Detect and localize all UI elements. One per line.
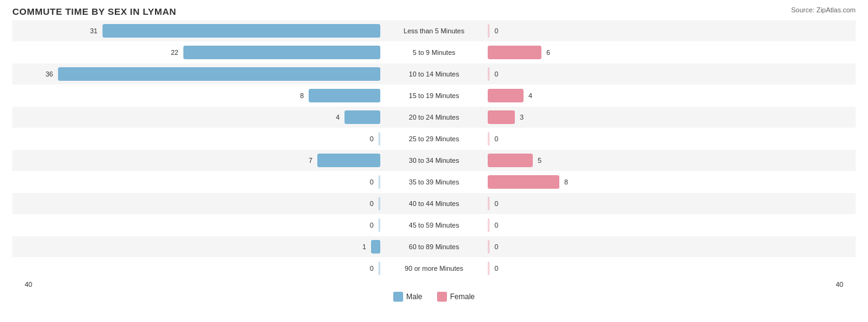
left-section: 0 xyxy=(12,262,383,275)
male-value: 22 xyxy=(167,49,178,56)
female-bar xyxy=(488,240,490,254)
legend: Male Female xyxy=(12,292,856,302)
left-section: 0 xyxy=(12,132,383,146)
female-value: 0 xyxy=(495,200,506,207)
male-bar xyxy=(371,240,380,254)
female-value: 8 xyxy=(564,178,575,186)
left-section: 1 xyxy=(12,240,383,254)
male-value: 0 xyxy=(362,178,373,186)
female-bar xyxy=(488,218,490,232)
left-section: 4 xyxy=(12,110,383,124)
left-section: 7 xyxy=(12,154,383,167)
male-bar xyxy=(378,197,380,210)
row-label: 35 to 39 Minutes xyxy=(383,178,485,186)
female-bar xyxy=(488,175,559,189)
female-value: 5 xyxy=(538,157,549,164)
row-label: 45 to 59 Minutes xyxy=(383,221,485,229)
male-value: 1 xyxy=(355,243,366,250)
bar-row: 0 40 to 44 Minutes 0 xyxy=(12,193,856,214)
female-bar xyxy=(488,132,490,146)
right-section: 0 xyxy=(485,132,856,146)
male-bar xyxy=(309,89,380,102)
right-section: 3 xyxy=(485,110,856,124)
female-bar xyxy=(488,24,490,38)
male-value: 0 xyxy=(362,200,373,207)
right-section: 4 xyxy=(485,89,856,102)
right-section: 0 xyxy=(485,24,856,38)
female-value: 0 xyxy=(495,243,506,250)
male-value: 8 xyxy=(293,92,304,99)
male-value: 31 xyxy=(86,27,98,35)
female-value: 0 xyxy=(495,27,506,35)
female-value: 3 xyxy=(520,114,531,121)
row-label: 30 to 34 Minutes xyxy=(383,157,485,164)
bar-row: 0 25 to 29 Minutes 0 xyxy=(12,128,856,149)
female-bar xyxy=(488,89,524,102)
chart-container: COMMUTE TIME BY SEX IN LYMAN Source: Zip… xyxy=(0,0,868,322)
legend-female-label: Female xyxy=(450,292,475,301)
male-bar xyxy=(378,175,380,189)
male-bar xyxy=(58,67,380,81)
left-section: 36 xyxy=(12,67,383,81)
right-section: 6 xyxy=(485,46,856,59)
female-bar xyxy=(488,262,490,275)
bar-row: 31 Less than 5 Minutes 0 xyxy=(12,20,856,41)
left-section: 31 xyxy=(12,24,383,38)
bar-row: 8 15 to 19 Minutes 4 xyxy=(12,85,856,106)
axis-left-label: 40 xyxy=(25,281,32,288)
row-label: Less than 5 Minutes xyxy=(383,27,485,35)
male-value: 7 xyxy=(301,157,312,164)
bar-row: 0 45 to 59 Minutes 0 xyxy=(12,215,856,236)
row-label: 10 to 14 Minutes xyxy=(383,70,485,78)
male-value: 4 xyxy=(328,114,340,121)
source-text: Source: ZipAtlas.com xyxy=(791,6,856,14)
legend-female-box xyxy=(437,292,447,302)
right-section: 0 xyxy=(485,218,856,232)
female-bar xyxy=(488,67,490,81)
row-label: 60 to 89 Minutes xyxy=(383,243,485,250)
male-bar xyxy=(378,218,380,232)
left-section: 22 xyxy=(12,46,383,59)
left-section: 0 xyxy=(12,197,383,210)
left-section: 8 xyxy=(12,89,383,102)
axis-right-label: 40 xyxy=(836,281,843,288)
male-value: 0 xyxy=(362,265,373,272)
female-value: 4 xyxy=(528,92,540,99)
female-value: 0 xyxy=(495,70,506,78)
axis-labels: 40 40 xyxy=(12,281,856,288)
bar-row: 22 5 to 9 Minutes 6 xyxy=(12,42,856,63)
row-label: 20 to 24 Minutes xyxy=(383,114,485,121)
female-value: 0 xyxy=(495,135,506,142)
legend-male-label: Male xyxy=(406,292,422,301)
male-bar xyxy=(378,132,380,146)
row-label: 40 to 44 Minutes xyxy=(383,200,485,207)
bar-row: 36 10 to 14 Minutes 0 xyxy=(12,64,856,85)
legend-male-box xyxy=(393,292,403,302)
bar-row: 4 20 to 24 Minutes 3 xyxy=(12,107,856,128)
female-value: 0 xyxy=(495,221,506,229)
female-bar xyxy=(488,154,533,167)
bar-row: 0 90 or more Minutes 0 xyxy=(12,258,856,279)
female-bar xyxy=(488,197,490,210)
bar-row: 0 35 to 39 Minutes 8 xyxy=(12,171,856,192)
male-bar xyxy=(344,110,380,124)
left-section: 0 xyxy=(12,175,383,189)
male-value: 36 xyxy=(42,70,53,78)
male-value: 0 xyxy=(362,221,373,229)
row-label: 25 to 29 Minutes xyxy=(383,135,485,142)
female-bar xyxy=(488,110,515,124)
right-section: 0 xyxy=(485,240,856,254)
legend-male: Male xyxy=(393,292,422,302)
female-value: 0 xyxy=(495,265,506,272)
female-value: 6 xyxy=(546,49,557,56)
legend-female: Female xyxy=(437,292,475,302)
right-section: 5 xyxy=(485,154,856,167)
male-value: 0 xyxy=(362,135,373,142)
row-label: 15 to 19 Minutes xyxy=(383,92,485,99)
right-section: 0 xyxy=(485,67,856,81)
right-section: 8 xyxy=(485,175,856,189)
chart-title: COMMUTE TIME BY SEX IN LYMAN xyxy=(12,6,856,17)
female-bar xyxy=(488,46,541,59)
right-section: 0 xyxy=(485,262,856,275)
row-label: 5 to 9 Minutes xyxy=(383,49,485,56)
